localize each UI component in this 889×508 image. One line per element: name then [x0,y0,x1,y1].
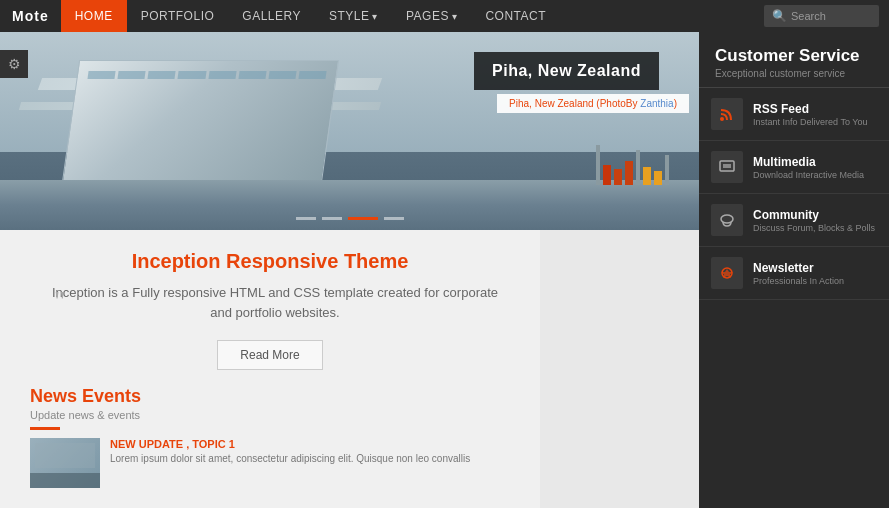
news-subtitle: Update news & events [30,409,510,421]
community-subtitle: Discuss Forum, Blocks & Polls [753,223,875,233]
news-section: News Events Update news & events NEW UPD… [30,386,510,488]
read-more-button[interactable]: Read More [217,340,322,370]
cs-title: Customer Service [715,46,873,66]
nav-item-portfolio[interactable]: PORTFOLIO [127,0,229,32]
cs-subtitle: Exceptional customer service [715,68,873,79]
customer-service-header: Customer Service Exceptional customer se… [699,32,889,88]
multimedia-text: Multimedia Download Interactive Media [753,155,864,180]
svg-point-0 [720,117,724,121]
community-title: Community [753,208,875,222]
hero-slider: Piha, New Zealand Piha, New Zealand (Pho… [0,32,699,230]
nav-item-contact[interactable]: CONTACT [471,0,560,32]
community-text: Community Discuss Forum, Blocks & Polls [753,208,875,233]
nav-item-home[interactable]: HOME [61,0,127,32]
search-area[interactable]: 🔍 [764,5,879,27]
building-illustration [40,32,360,190]
rss-subtitle: Instant Info Delivered To You [753,117,867,127]
slider-dots [296,217,404,220]
news-item: NEW UPDATE , TOPIC 1 Lorem ipsum dolor s… [30,438,510,488]
theme-desc-wrap: " Inception is a Fully responsive HTML a… [30,283,510,328]
theme-title: Inception Responsive Theme [132,250,409,273]
chevron-down-icon: ▾ [452,11,458,22]
chevron-down-icon: ▾ [372,11,378,22]
news-text: Lorem ipsum dolor sit amet, consectetur … [110,452,470,466]
port-background [596,145,669,185]
newsletter-title: Newsletter [753,261,844,275]
hero-caption: Piha, New Zealand [474,52,659,90]
newsletter-icon [711,257,743,289]
slider-dot-4[interactable] [384,217,404,220]
svg-point-3 [721,215,733,223]
rss-title: RSS Feed [753,102,867,116]
water [0,180,699,230]
content-area: Piha, New Zealand Piha, New Zealand (Pho… [0,32,699,508]
nav-left: Mote HOME PORTFOLIO GALLERY STYLE ▾ PAGE… [0,0,560,32]
multimedia-title: Multimedia [753,155,864,169]
below-slider: Inception Responsive Theme " Inception i… [0,230,699,508]
nav-item-gallery[interactable]: GALLERY [228,0,315,32]
newsletter-text: Newsletter Professionals In Action [753,261,844,286]
author-link[interactable]: Zanthia [640,98,673,109]
news-header: News Events [30,386,510,407]
building-main [61,60,339,190]
sidebar-item-community[interactable]: Community Discuss Forum, Blocks & Polls [699,194,889,247]
gear-button[interactable]: ⚙ [0,50,28,78]
right-sidebar: Customer Service Exceptional customer se… [699,32,889,508]
rss-text: RSS Feed Instant Info Delivered To You [753,102,867,127]
gear-icon: ⚙ [8,56,21,72]
news-content: NEW UPDATE , TOPIC 1 Lorem ipsum dolor s… [110,438,470,466]
sidebar-item-rss[interactable]: RSS Feed Instant Info Delivered To You [699,88,889,141]
theme-intro: Inception Responsive Theme " Inception i… [0,230,540,508]
nav-item-style[interactable]: STYLE ▾ [315,0,392,32]
community-icon [711,204,743,236]
search-icon: 🔍 [772,9,787,23]
svg-rect-2 [723,164,731,168]
search-input[interactable] [791,10,871,22]
quote-icon: " [54,285,65,317]
news-tag: NEW UPDATE , TOPIC 1 [110,438,470,450]
sidebar-item-newsletter[interactable]: Newsletter Professionals In Action [699,247,889,300]
newsletter-subtitle: Professionals In Action [753,276,844,286]
slider-dot-3[interactable] [348,217,378,220]
theme-description: Inception is a Fully responsive HTML and… [40,283,510,322]
rss-icon [711,98,743,130]
news-thumbnail [30,438,100,488]
multimedia-icon [711,151,743,183]
windows [87,71,326,79]
slider-dot-2[interactable] [322,217,342,220]
topbar: Mote HOME PORTFOLIO GALLERY STYLE ▾ PAGE… [0,0,889,32]
site-logo[interactable]: Mote [0,0,61,32]
news-divider [30,427,60,430]
sidebar-item-multimedia[interactable]: Multimedia Download Interactive Media [699,141,889,194]
slider-dot-1[interactable] [296,217,316,220]
hero-caption-credit: Piha, New Zealand (PhotoBy Zanthia) [497,94,689,113]
nav-item-pages[interactable]: PAGES ▾ [392,0,471,32]
main-container: Piha, New Zealand Piha, New Zealand (Pho… [0,32,889,508]
multimedia-subtitle: Download Interactive Media [753,170,864,180]
